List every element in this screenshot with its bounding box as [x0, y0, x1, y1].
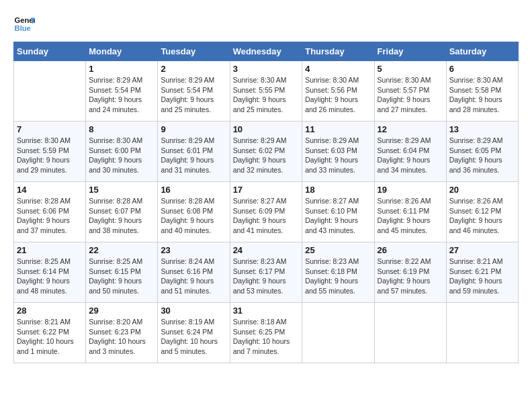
calendar-cell: 21Sunrise: 8:25 AM Sunset: 6:14 PM Dayli… — [14, 242, 86, 303]
calendar-cell: 23Sunrise: 8:24 AM Sunset: 6:16 PM Dayli… — [158, 242, 230, 303]
day-info: Sunrise: 8:29 AM Sunset: 6:05 PM Dayligh… — [449, 136, 515, 175]
day-number: 5 — [378, 64, 443, 74]
day-info: Sunrise: 8:29 AM Sunset: 6:02 PM Dayligh… — [233, 136, 300, 175]
day-number: 7 — [17, 124, 83, 134]
header-tuesday: Tuesday — [158, 42, 230, 61]
calendar-header-row: SundayMondayTuesdayWednesdayThursdayFrid… — [14, 42, 519, 61]
day-info: Sunrise: 8:25 AM Sunset: 6:15 PM Dayligh… — [89, 257, 154, 296]
calendar-week-2: 7Sunrise: 8:30 AM Sunset: 5:59 PM Daylig… — [14, 122, 519, 182]
day-number: 20 — [449, 185, 515, 195]
logo-icon: General Blue — [13, 13, 35, 35]
calendar-cell: 25Sunrise: 8:23 AM Sunset: 6:18 PM Dayli… — [302, 242, 374, 303]
day-number: 27 — [449, 245, 515, 255]
calendar-cell: 19Sunrise: 8:26 AM Sunset: 6:11 PM Dayli… — [374, 182, 446, 242]
day-number: 4 — [305, 64, 371, 74]
day-info: Sunrise: 8:27 AM Sunset: 6:09 PM Dayligh… — [233, 196, 300, 236]
header-wednesday: Wednesday — [230, 42, 302, 61]
header-thursday: Thursday — [302, 42, 374, 61]
calendar-cell: 3Sunrise: 8:30 AM Sunset: 5:55 PM Daylig… — [230, 61, 302, 122]
day-number: 24 — [233, 245, 300, 255]
day-number: 19 — [378, 185, 443, 195]
calendar-cell: 22Sunrise: 8:25 AM Sunset: 6:15 PM Dayli… — [86, 242, 158, 303]
calendar-cell: 5Sunrise: 8:30 AM Sunset: 5:57 PM Daylig… — [374, 61, 446, 122]
day-info: Sunrise: 8:29 AM Sunset: 6:03 PM Dayligh… — [305, 136, 371, 175]
calendar-cell: 8Sunrise: 8:30 AM Sunset: 6:00 PM Daylig… — [86, 122, 158, 182]
logo: General Blue — [13, 13, 38, 35]
day-info: Sunrise: 8:23 AM Sunset: 6:17 PM Dayligh… — [233, 257, 300, 296]
calendar-week-1: 1Sunrise: 8:29 AM Sunset: 5:54 PM Daylig… — [14, 61, 519, 122]
day-number: 25 — [305, 245, 371, 255]
calendar-cell: 24Sunrise: 8:23 AM Sunset: 6:17 PM Dayli… — [230, 242, 302, 303]
day-number: 26 — [378, 245, 443, 255]
calendar-cell: 15Sunrise: 8:28 AM Sunset: 6:07 PM Dayli… — [86, 182, 158, 242]
day-number: 16 — [161, 185, 226, 195]
day-number: 22 — [89, 245, 154, 255]
header-friday: Friday — [374, 42, 446, 61]
day-number: 14 — [17, 185, 83, 195]
calendar-cell: 2Sunrise: 8:29 AM Sunset: 5:54 PM Daylig… — [158, 61, 230, 122]
calendar-cell: 27Sunrise: 8:21 AM Sunset: 6:21 PM Dayli… — [446, 242, 518, 303]
day-info: Sunrise: 8:28 AM Sunset: 6:07 PM Dayligh… — [89, 196, 154, 236]
day-number: 13 — [449, 124, 515, 134]
day-number: 30 — [161, 306, 226, 316]
header-saturday: Saturday — [446, 42, 518, 61]
calendar-cell: 13Sunrise: 8:29 AM Sunset: 6:05 PM Dayli… — [446, 122, 518, 182]
day-number: 11 — [305, 124, 371, 134]
day-number: 23 — [161, 245, 226, 255]
svg-text:Blue: Blue — [15, 24, 31, 32]
calendar-cell — [374, 303, 446, 363]
day-info: Sunrise: 8:29 AM Sunset: 5:54 PM Dayligh… — [89, 75, 154, 115]
day-number: 8 — [89, 124, 154, 134]
day-info: Sunrise: 8:26 AM Sunset: 6:12 PM Dayligh… — [449, 196, 515, 236]
day-info: Sunrise: 8:21 AM Sunset: 6:21 PM Dayligh… — [449, 257, 515, 296]
day-info: Sunrise: 8:23 AM Sunset: 6:18 PM Dayligh… — [305, 257, 371, 296]
day-number: 10 — [233, 124, 300, 134]
calendar-cell: 9Sunrise: 8:29 AM Sunset: 6:01 PM Daylig… — [158, 122, 230, 182]
day-info: Sunrise: 8:25 AM Sunset: 6:14 PM Dayligh… — [17, 257, 83, 296]
calendar-cell: 11Sunrise: 8:29 AM Sunset: 6:03 PM Dayli… — [302, 122, 374, 182]
day-info: Sunrise: 8:21 AM Sunset: 6:22 PM Dayligh… — [17, 317, 83, 357]
calendar-cell: 10Sunrise: 8:29 AM Sunset: 6:02 PM Dayli… — [230, 122, 302, 182]
calendar-cell: 29Sunrise: 8:20 AM Sunset: 6:23 PM Dayli… — [86, 303, 158, 363]
calendar-cell — [302, 303, 374, 363]
day-info: Sunrise: 8:29 AM Sunset: 6:01 PM Dayligh… — [161, 136, 226, 175]
day-number: 3 — [233, 64, 300, 74]
calendar-cell: 4Sunrise: 8:30 AM Sunset: 5:56 PM Daylig… — [302, 61, 374, 122]
day-number: 9 — [161, 124, 226, 134]
calendar: SundayMondayTuesdayWednesdayThursdayFrid… — [13, 42, 519, 363]
day-number: 17 — [233, 185, 300, 195]
day-number: 31 — [233, 306, 300, 316]
calendar-cell: 6Sunrise: 8:30 AM Sunset: 5:58 PM Daylig… — [446, 61, 518, 122]
calendar-cell: 31Sunrise: 8:18 AM Sunset: 6:25 PM Dayli… — [230, 303, 302, 363]
header-monday: Monday — [86, 42, 158, 61]
calendar-week-3: 14Sunrise: 8:28 AM Sunset: 6:06 PM Dayli… — [14, 182, 519, 242]
day-info: Sunrise: 8:30 AM Sunset: 5:59 PM Dayligh… — [17, 136, 83, 175]
calendar-cell — [446, 303, 518, 363]
calendar-cell: 20Sunrise: 8:26 AM Sunset: 6:12 PM Dayli… — [446, 182, 518, 242]
day-number: 28 — [17, 306, 83, 316]
calendar-cell: 17Sunrise: 8:27 AM Sunset: 6:09 PM Dayli… — [230, 182, 302, 242]
calendar-cell: 1Sunrise: 8:29 AM Sunset: 5:54 PM Daylig… — [86, 61, 158, 122]
day-info: Sunrise: 8:29 AM Sunset: 5:54 PM Dayligh… — [161, 75, 226, 115]
day-info: Sunrise: 8:28 AM Sunset: 6:06 PM Dayligh… — [17, 196, 83, 236]
day-number: 15 — [89, 185, 154, 195]
day-number: 12 — [378, 124, 443, 134]
day-info: Sunrise: 8:30 AM Sunset: 5:55 PM Dayligh… — [233, 75, 300, 115]
day-info: Sunrise: 8:20 AM Sunset: 6:23 PM Dayligh… — [89, 317, 154, 357]
header-sunday: Sunday — [14, 42, 86, 61]
day-number: 21 — [17, 245, 83, 255]
day-info: Sunrise: 8:30 AM Sunset: 6:00 PM Dayligh… — [89, 136, 154, 175]
day-info: Sunrise: 8:30 AM Sunset: 5:56 PM Dayligh… — [305, 75, 371, 115]
calendar-week-5: 28Sunrise: 8:21 AM Sunset: 6:22 PM Dayli… — [14, 303, 519, 363]
day-number: 2 — [161, 64, 226, 74]
calendar-cell: 7Sunrise: 8:30 AM Sunset: 5:59 PM Daylig… — [14, 122, 86, 182]
calendar-cell: 28Sunrise: 8:21 AM Sunset: 6:22 PM Dayli… — [14, 303, 86, 363]
day-number: 29 — [89, 306, 154, 316]
calendar-cell: 26Sunrise: 8:22 AM Sunset: 6:19 PM Dayli… — [374, 242, 446, 303]
day-info: Sunrise: 8:19 AM Sunset: 6:24 PM Dayligh… — [161, 317, 226, 357]
calendar-cell: 30Sunrise: 8:19 AM Sunset: 6:24 PM Dayli… — [158, 303, 230, 363]
day-info: Sunrise: 8:18 AM Sunset: 6:25 PM Dayligh… — [233, 317, 300, 357]
day-info: Sunrise: 8:24 AM Sunset: 6:16 PM Dayligh… — [161, 257, 226, 296]
day-number: 6 — [449, 64, 515, 74]
day-info: Sunrise: 8:22 AM Sunset: 6:19 PM Dayligh… — [378, 257, 443, 296]
